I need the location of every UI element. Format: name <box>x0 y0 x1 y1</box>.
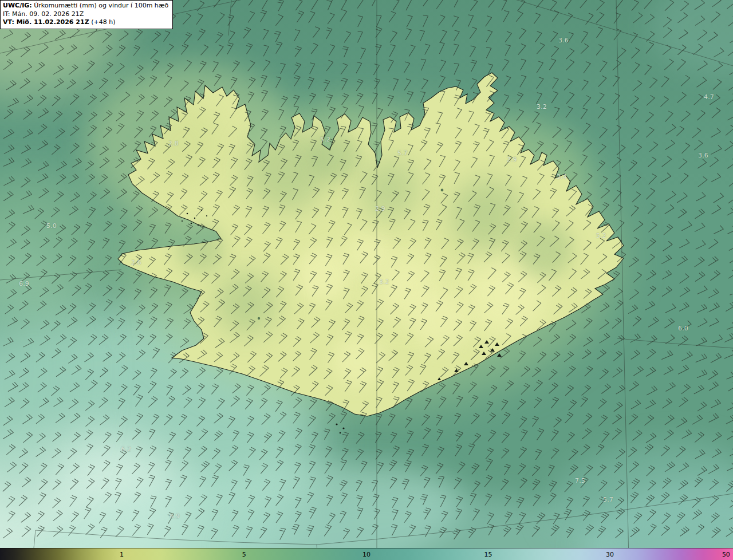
map-canvas <box>0 0 733 560</box>
valid-suffix: (+48 h) <box>89 18 116 26</box>
colorbar-tick: 15 <box>484 549 492 560</box>
valid-label: VT: <box>3 18 14 26</box>
title-box: UWC/IG: Úrkomumætti (mm) og vindur í 100… <box>0 0 173 29</box>
init-label: IT: <box>3 10 10 18</box>
init-text: Mán. 09. 02. 2026 21Z <box>10 10 84 18</box>
product-label: UWC/IG: <box>3 2 32 9</box>
product-title: UWC/IG: Úrkomumætti (mm) og vindur í 100… <box>3 2 168 10</box>
init-time: IT: Mán. 09. 02. 2026 21Z <box>3 10 168 19</box>
valid-text: Mið. 11.02.2026 21Z <box>14 18 89 26</box>
colorbar-tick: 10 <box>362 549 371 560</box>
weather-map: 3.63.24.72.85.25.72.93.63.42.95.05.22.66… <box>0 0 733 560</box>
colorbar: 1510153050 <box>0 548 733 560</box>
valid-time: VT: Mið. 11.02.2026 21Z (+48 h) <box>3 18 168 27</box>
colorbar-tick: 1 <box>120 549 124 560</box>
colorbar-tick: 50 <box>722 549 730 560</box>
product-text: Úrkomumætti (mm) og vindur í 100m hæð <box>32 2 169 9</box>
colorbar-tick: 5 <box>242 549 246 560</box>
colorbar-tick: 30 <box>606 549 614 560</box>
